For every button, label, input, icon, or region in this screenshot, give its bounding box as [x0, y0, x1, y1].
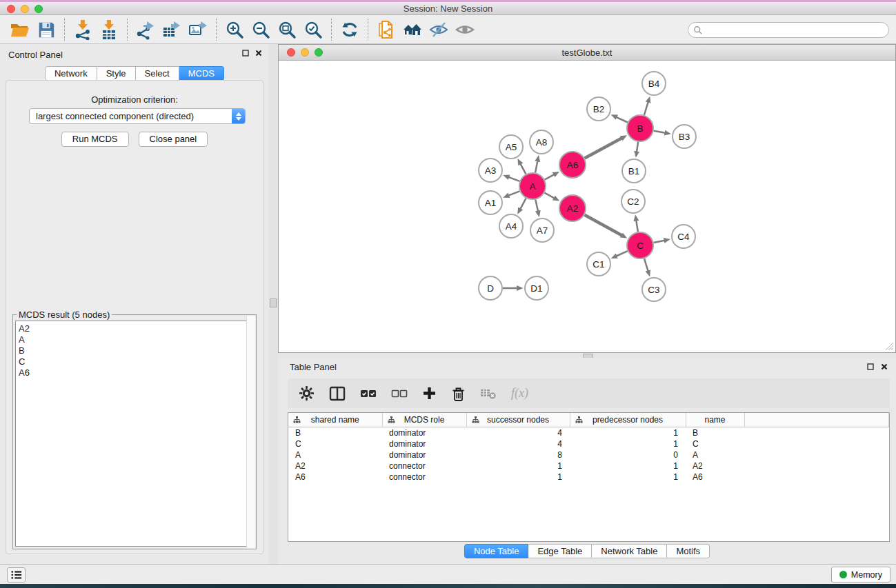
graph-node-B1[interactable]: B1	[622, 159, 646, 183]
search-field[interactable]	[688, 22, 889, 38]
graph-node-A5[interactable]: A5	[499, 135, 523, 159]
graph-edge-C-C2[interactable]	[636, 221, 638, 232]
show-hidden-button[interactable]	[452, 17, 478, 42]
graph-edge-B-B4[interactable]	[644, 102, 648, 115]
graph-edge-A-A1[interactable]	[508, 191, 519, 195]
node-table[interactable]: shared name MCDS role	[288, 412, 890, 542]
graph-edge-A6-B[interactable]	[585, 138, 622, 158]
graph-node-A3[interactable]: A3	[479, 159, 502, 182]
resize-grip-icon[interactable]	[884, 341, 894, 351]
zoom-selected-button[interactable]	[300, 17, 326, 42]
network-canvas[interactable]: B4B2BB3B1A5A8A6A3AA1A2A4A7C2CC4C1C3DD1	[279, 61, 895, 352]
float-table-panel-icon[interactable]	[867, 363, 874, 370]
float-panel-icon[interactable]	[242, 50, 249, 57]
graph-node-D1[interactable]: D1	[525, 276, 548, 300]
close-table-panel-icon[interactable]	[881, 363, 888, 370]
save-session-button[interactable]	[33, 17, 59, 42]
deselect-all-button[interactable]	[391, 389, 408, 398]
zoom-fit-button[interactable]	[274, 17, 300, 42]
network-close-button[interactable]	[287, 48, 295, 57]
column-header-mcds-role[interactable]: MCDS role	[382, 413, 466, 427]
column-header-name[interactable]: name	[686, 413, 744, 427]
refresh-layout-button[interactable]	[337, 17, 363, 42]
graph-edge-A-A4[interactable]	[520, 199, 526, 210]
mcds-result-list[interactable]: A2ABCA6	[15, 321, 254, 547]
graph-node-A6[interactable]: A6	[559, 152, 586, 178]
result-item[interactable]: A2	[19, 323, 253, 334]
toggle-columns-button[interactable]	[329, 386, 346, 401]
task-history-button[interactable]	[7, 567, 26, 582]
run-mcds-button[interactable]: Run MCDS	[61, 132, 129, 147]
zoom-in-button[interactable]	[221, 17, 248, 42]
network-minimize-button[interactable]	[301, 48, 309, 57]
tab-network[interactable]: Network	[45, 66, 97, 81]
graph-node-C[interactable]: C	[627, 232, 653, 258]
select-all-button[interactable]	[360, 389, 377, 398]
network-window-titlebar[interactable]: testGlobe.txt	[279, 45, 895, 61]
zoom-out-button[interactable]	[248, 17, 274, 42]
graph-edge-B-B1[interactable]	[637, 142, 638, 152]
graph-node-B2[interactable]: B2	[587, 97, 610, 121]
home-view-button[interactable]	[399, 17, 426, 42]
graph-edge-A-A5[interactable]	[520, 164, 526, 174]
tab-mcds[interactable]: MCDS	[179, 66, 224, 81]
result-item[interactable]: A6	[19, 367, 253, 378]
result-item[interactable]: C	[19, 356, 253, 367]
new-network-from-selection-button[interactable]	[373, 17, 399, 42]
graph-edge-A-A8[interactable]	[535, 161, 537, 172]
add-row-button[interactable]	[422, 386, 437, 401]
table-row[interactable]: Adominator80A	[288, 449, 889, 460]
search-input[interactable]	[703, 26, 888, 35]
column-header-predecessor-nodes[interactable]: predecessor nodes	[570, 413, 686, 427]
column-header-shared-name[interactable]: shared name	[288, 413, 382, 427]
table-row[interactable]: A6connector11A6	[288, 472, 889, 483]
delete-row-button[interactable]	[451, 386, 466, 401]
tab-motifs[interactable]: Motifs	[667, 544, 710, 558]
close-panel-button[interactable]: Close panel	[139, 132, 208, 147]
open-session-button[interactable]	[7, 17, 33, 42]
graph-edge-C-C1[interactable]	[617, 251, 628, 256]
result-item[interactable]: A	[19, 334, 253, 345]
function-builder-button[interactable]: f(x)	[511, 386, 528, 401]
result-item[interactable]: B	[19, 345, 253, 356]
graph-node-C4[interactable]: C4	[672, 225, 695, 248]
delete-table-button[interactable]	[480, 387, 497, 400]
import-table-button[interactable]	[96, 17, 122, 42]
splitter-handle[interactable]	[270, 298, 277, 307]
graph-node-A1[interactable]: A1	[479, 191, 502, 214]
graph-edge-A-A3[interactable]	[508, 177, 519, 181]
tab-edge-table[interactable]: Edge Table	[528, 544, 592, 558]
tab-style[interactable]: Style	[97, 66, 136, 81]
column-header-successor-nodes[interactable]: successor nodes	[466, 413, 570, 427]
graph-node-B4[interactable]: B4	[642, 72, 666, 95]
graph-node-A2[interactable]: A2	[559, 195, 586, 221]
export-table-button[interactable]	[159, 17, 185, 42]
vertical-splitter[interactable]	[269, 44, 278, 564]
graph-node-B[interactable]: B	[627, 115, 653, 141]
graph-edge-B-B2[interactable]	[616, 117, 628, 123]
graph-edge-A-A7[interactable]	[535, 200, 538, 212]
graph-node-A[interactable]: A	[519, 173, 546, 199]
table-row[interactable]: Cdominator41C	[288, 438, 889, 449]
import-network-button[interactable]	[70, 17, 96, 42]
criterion-select[interactable]: largest connected component (directed)	[29, 108, 246, 124]
tab-network-table[interactable]: Network Table	[592, 544, 667, 558]
tab-node-table[interactable]: Node Table	[464, 544, 529, 558]
export-image-button[interactable]	[185, 17, 211, 42]
table-row[interactable]: A2connector11A2	[288, 460, 889, 472]
zoom-window-button[interactable]	[34, 5, 43, 13]
graph-node-C3[interactable]: C3	[642, 278, 666, 301]
graph-node-C1[interactable]: C1	[587, 252, 610, 276]
result-list-scrollbar[interactable]	[246, 316, 255, 548]
graph-edge-A-A6[interactable]	[545, 174, 555, 180]
graph-node-B3[interactable]: B3	[673, 125, 696, 148]
close-window-button[interactable]	[7, 5, 15, 13]
hide-selected-button[interactable]	[426, 17, 452, 42]
graph-edge-C-C4[interactable]	[654, 241, 665, 243]
tab-select[interactable]: Select	[136, 66, 179, 81]
export-network-button[interactable]	[132, 17, 159, 42]
graph-node-C2[interactable]: C2	[621, 190, 645, 213]
table-row[interactable]: Bdominator41B	[288, 427, 889, 438]
graph-edge-A-A2[interactable]	[545, 193, 555, 199]
graph-node-A8[interactable]: A8	[530, 130, 553, 154]
